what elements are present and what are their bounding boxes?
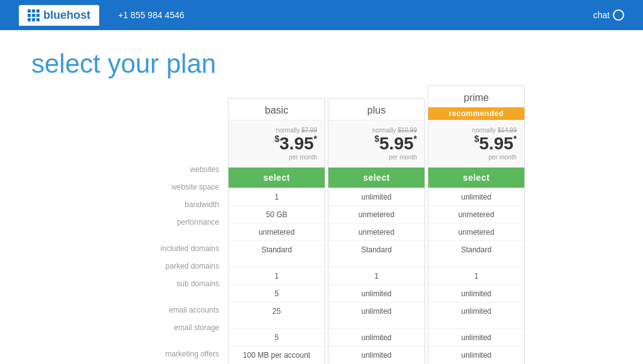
label-websites: websites — [117, 161, 227, 178]
label-email-storage: email storage — [117, 319, 227, 336]
plan-prime-price-box: normally $14.99 $5.95* per month — [428, 120, 524, 168]
plus-email-accounts: unlimited — [328, 328, 424, 346]
plan-plus-price: $5.95* — [336, 134, 417, 154]
prime-website-space: unmetered — [428, 205, 524, 223]
plan-plus-name: plus — [328, 99, 424, 120]
prime-sub-domains: unlimited — [428, 302, 524, 319]
plan-basic-asterisk: * — [314, 134, 317, 144]
basic-email-storage: 100 MB per account — [229, 346, 325, 363]
basic-bandwidth: unmetered — [229, 223, 325, 240]
prime-spacer1 — [428, 258, 524, 267]
prime-bandwidth: unmetered — [428, 223, 524, 240]
basic-email-accounts: 5 — [229, 328, 325, 346]
label-spacer1 — [117, 231, 227, 240]
plan-prime-features: unlimited unmetered unmetered Standard 1… — [428, 188, 524, 364]
plan-plus-features: unlimited unmetered unmetered Standard 1… — [328, 188, 424, 364]
label-bandwidth: bandwidth — [117, 196, 227, 213]
chat-icon — [613, 9, 624, 21]
basic-performance: Standard — [229, 240, 325, 258]
chat-label: chat — [593, 10, 610, 20]
plan-basic-price: $3.95* — [236, 134, 317, 154]
basic-included-domains: 1 — [229, 267, 325, 284]
logo-text: bluehost — [43, 9, 90, 22]
prime-spacer2 — [428, 319, 524, 328]
plus-performance: Standard — [328, 240, 424, 258]
plan-plus-price-box: normally $10.99 $5.95* per month — [328, 120, 424, 168]
plan-prime-name: prime — [428, 86, 524, 107]
plans-container: websites website space bandwidth perform… — [25, 98, 618, 364]
plus-spacer2 — [328, 319, 424, 328]
plan-prime-price: $5.95* — [436, 134, 517, 154]
plus-website-space: unmetered — [328, 205, 424, 223]
plus-websites: unlimited — [328, 188, 424, 205]
plan-plus-asterisk: * — [414, 134, 417, 144]
prime-websites: unlimited — [428, 188, 524, 205]
prime-included-domains: 1 — [428, 267, 524, 284]
plan-basic: basic normally $7.99 $3.95* per month se… — [228, 98, 325, 364]
plan-basic-per-month: per month — [236, 154, 317, 161]
header: bluehost +1 855 984 4546 chat — [0, 0, 643, 30]
plan-prime-select-top[interactable]: select — [428, 168, 524, 188]
feature-labels: websites website space bandwidth perform… — [117, 98, 227, 363]
label-spacer2 — [117, 292, 227, 301]
basic-sub-domains: 25 — [229, 302, 325, 319]
label-marketing-offers: marketing offers — [117, 345, 227, 363]
prime-email-storage: unlimited — [428, 346, 524, 363]
label-email-accounts: email accounts — [117, 301, 227, 319]
plan-prime-asterisk: * — [514, 134, 517, 144]
plan-plus-normally: normally $10.99 — [336, 127, 417, 134]
header-phone: +1 855 984 4546 — [118, 10, 185, 20]
label-website-space: website space — [117, 178, 227, 196]
logo-grid-icon — [28, 9, 40, 21]
prime-performance: Standard — [428, 240, 524, 258]
basic-spacer2 — [229, 319, 325, 328]
plus-parked-domains: unlimited — [328, 284, 424, 302]
plan-basic-features: 1 50 GB unmetered Standard 1 5 25 5 100 … — [229, 188, 325, 364]
prime-parked-domains: unlimited — [428, 284, 524, 302]
plus-included-domains: 1 — [328, 267, 424, 284]
plan-prime-normally: normally $14.99 — [436, 127, 517, 134]
plan-prime-recommended: recommended — [428, 107, 524, 120]
plus-bandwidth: unmetered — [328, 223, 424, 240]
basic-parked-domains: 5 — [229, 284, 325, 302]
plan-basic-select-top[interactable]: select — [229, 168, 325, 188]
plan-basic-name: basic — [229, 99, 325, 120]
header-chat[interactable]: chat — [593, 9, 624, 21]
label-sub-domains: sub domains — [117, 275, 227, 292]
logo[interactable]: bluehost — [19, 5, 99, 26]
plan-basic-normally: normally $7.99 — [236, 127, 317, 134]
main-content: select your plan websites website space … — [0, 30, 643, 364]
label-included-domains: included domains — [117, 240, 227, 257]
prime-email-accounts: unlimited — [428, 328, 524, 346]
plus-spacer1 — [328, 258, 424, 267]
plan-prime: prime recommended normally $14.99 $5.95*… — [428, 85, 525, 364]
basic-websites: 1 — [229, 188, 325, 205]
basic-website-space: 50 GB — [229, 205, 325, 223]
plan-prime-per-month: per month — [436, 154, 517, 161]
plan-plus: plus normally $10.99 $5.95* per month se… — [328, 98, 425, 364]
page-title: select your plan — [25, 49, 618, 79]
label-parked-domains: parked domains — [117, 257, 227, 275]
plan-plus-per-month: per month — [336, 154, 417, 161]
plan-basic-price-box: normally $7.99 $3.95* per month — [229, 120, 325, 168]
basic-spacer1 — [229, 258, 325, 267]
label-spacer3 — [117, 336, 227, 345]
label-performance: performance — [117, 213, 227, 231]
plan-plus-select-top[interactable]: select — [328, 168, 424, 188]
plus-email-storage: unlimited — [328, 346, 424, 363]
plus-sub-domains: unlimited — [328, 302, 424, 319]
